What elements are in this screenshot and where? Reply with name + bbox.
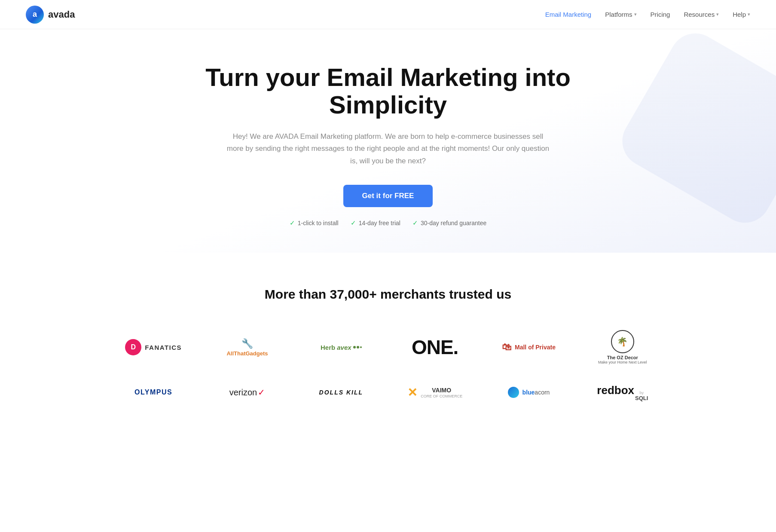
redbox-suffix: by SQLI [635,391,648,401]
check-icon-trial: ✓ [351,219,356,227]
brand-vaimo: ✕ VAIMO CORE OF COMMERCE [400,377,469,407]
perk-refund: ✓ 30-day refund guarantee [412,219,486,227]
logo-icon: a [26,6,44,24]
nav-resources[interactable]: Resources ▾ [684,11,719,18]
gadgets-name: AllThatGadgets [226,350,268,357]
logo[interactable]: a avada [26,6,75,24]
cta-button[interactable]: Get it for FREE [343,185,433,207]
vaimo-name: VAIMO [421,387,462,394]
brand-allgadgets: 🔧 AllThatGadgets [220,332,275,362]
mall-icon: 🛍 [502,342,511,353]
perks-list: ✓ 1-click to install ✓ 14-day free trial… [17,219,759,227]
brand-dollskill: DOLLS KILL [312,377,370,407]
dollskill-name: DOLLS KILL [319,389,363,396]
vaimo-subtitle: CORE OF COMMERCE [421,394,462,398]
herbavex-avex: avex [337,344,351,351]
fanatics-icon: D [125,339,141,355]
herbavex-dots [353,346,362,349]
nav-email-marketing[interactable]: Email Marketing [545,11,592,18]
blueacorn-icon [508,387,519,398]
brand-logo-grid: D FANATICS 🔧 AllThatGadgets Herb avex [109,326,667,407]
brand-ozdecor: 🌴 The OZ Decor Make your Home Next Level [591,326,654,369]
redbox-name: redbox [597,384,634,397]
one-name: ONE. [412,336,458,359]
brand-blueacorn: blueacorn [501,377,557,407]
herbavex-name: Herb [321,344,335,351]
brand-one: ONE. [405,331,465,363]
perk-trial: ✓ 14-day free trial [351,219,400,227]
check-icon-install: ✓ [290,219,295,227]
mall-name: Mall of Private [515,344,556,351]
brand-name: avada [48,9,75,20]
nav-links: Email Marketing Platforms ▾ Pricing Reso… [545,11,750,18]
fanatics-name: FANATICS [145,344,182,351]
navbar: a avada Email Marketing Platforms ▾ Pric… [0,0,776,29]
oz-circle: 🌴 [611,330,634,353]
hero-subtext: Hey! We are AVADA Email Marketing platfo… [225,131,551,168]
oz-subtitle: Make your Home Next Level [598,360,647,364]
resources-arrow: ▾ [716,12,719,17]
nav-pricing[interactable]: Pricing [651,11,670,18]
help-arrow: ▾ [748,12,750,17]
merchants-heading: More than 37,000+ merchants trusted us [26,287,750,302]
hero-section: Turn your Email Marketing into Simplicit… [0,29,776,253]
olympus-name: OLYMPUS [134,388,172,396]
vaimo-icon: ✕ [407,385,417,400]
verizon-checkmark: ✓ [258,387,265,397]
blueacorn-name: blueacorn [522,389,550,396]
nav-help[interactable]: Help ▾ [733,11,750,18]
merchants-section: More than 37,000+ merchants trusted us D… [0,253,776,433]
brand-olympus: OLYMPUS [128,377,179,407]
brand-herbavex: Herb avex [314,332,369,362]
hero-headline: Turn your Email Marketing into Simplicit… [195,64,581,119]
brand-fanatics: D FANATICS [118,332,189,362]
verizon-name: verizon [229,388,257,397]
platforms-arrow: ▾ [634,12,637,17]
oz-name: The OZ Decor [598,355,647,360]
check-icon-refund: ✓ [412,219,418,227]
brand-mallofprivate: 🛍 Mall of Private [495,332,562,362]
perk-install: ✓ 1-click to install [290,219,339,227]
brand-verizon: verizon ✓ [223,377,272,407]
gadgets-icon: 🔧 [226,338,268,349]
brand-redbox: redbox by SQLI [590,377,655,407]
nav-platforms[interactable]: Platforms ▾ [605,11,636,18]
